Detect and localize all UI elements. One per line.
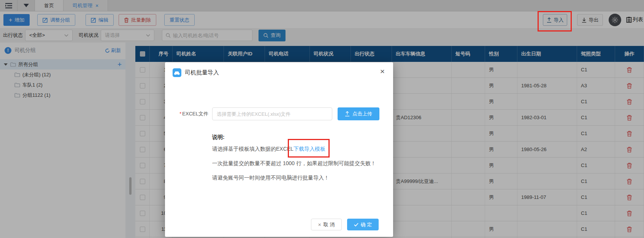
excel-file-input[interactable] <box>212 107 332 120</box>
confirm-button-label: 确 定 <box>361 221 372 228</box>
upload-icon <box>345 111 350 117</box>
note-line-1: 请选择基于模板填入数据的EXCEL下载导入模板 <box>212 146 325 153</box>
cancel-button[interactable]: × 取 消 <box>311 219 342 230</box>
click-upload-button[interactable]: 点击上传 <box>338 107 379 120</box>
x-icon: × <box>318 222 321 228</box>
check-icon <box>354 223 358 227</box>
dialog-title-row: 司机批量导入 <box>173 68 219 77</box>
upload-button-label: 点击上传 <box>352 110 372 117</box>
car-app-icon <box>173 68 181 77</box>
note-line-3: 请避免账号同一时间使用不同电脑进行批量导入！ <box>212 175 329 181</box>
close-icon[interactable]: × <box>380 67 385 75</box>
excel-file-label: *EXCEL文件 <box>165 110 212 117</box>
excel-file-row: *EXCEL文件 点击上传 <box>165 107 393 120</box>
dialog-title: 司机批量导入 <box>185 69 219 76</box>
download-template-link[interactable]: 下载导入模板 <box>293 146 325 152</box>
note-title: 说明: <box>212 134 225 141</box>
cancel-button-label: 取 消 <box>324 221 335 228</box>
note-line-2: 一次批量提交的数量不要超过 1000 行，如果超过限制可能提交失败！ <box>212 160 376 167</box>
batch-import-dialog: 司机批量导入 × *EXCEL文件 点击上传 说明: 请选择基于模板填入数据的E… <box>165 62 393 237</box>
confirm-button[interactable]: 确 定 <box>347 219 379 230</box>
required-mark: * <box>179 111 181 117</box>
